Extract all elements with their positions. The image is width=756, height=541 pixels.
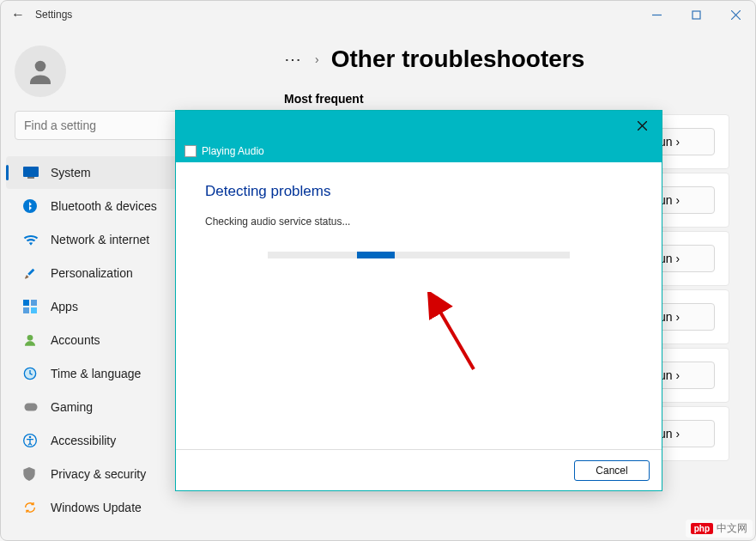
dialog-app-icon bbox=[184, 145, 197, 157]
watermark-brand: php bbox=[691, 523, 713, 534]
page-title: Other troubleshooters bbox=[331, 46, 585, 73]
nav-label: Privacy & security bbox=[51, 467, 146, 481]
progress-indicator bbox=[357, 252, 395, 258]
svg-rect-1 bbox=[692, 11, 700, 19]
nav-label: Gaming bbox=[51, 400, 93, 414]
apps-icon bbox=[23, 300, 51, 313]
svg-point-14 bbox=[27, 335, 33, 341]
chevron-right-icon: › bbox=[676, 193, 680, 207]
titlebar: ← Settings bbox=[1, 1, 755, 28]
bluetooth-icon bbox=[23, 199, 51, 213]
svg-point-18 bbox=[29, 436, 32, 439]
account-icon bbox=[23, 333, 51, 347]
accessibility-icon bbox=[23, 434, 51, 447]
user-avatar[interactable] bbox=[15, 46, 66, 97]
chevron-right-icon: › bbox=[676, 368, 680, 382]
nav-label: Personalization bbox=[51, 266, 133, 280]
svg-rect-11 bbox=[31, 300, 37, 306]
shield-icon bbox=[23, 467, 51, 481]
dialog-footer: Cancel bbox=[176, 449, 662, 490]
close-button[interactable] bbox=[716, 2, 755, 27]
nav-label: Accounts bbox=[51, 333, 100, 347]
nav-update[interactable]: Windows Update bbox=[6, 491, 262, 524]
svg-rect-16 bbox=[25, 404, 38, 411]
breadcrumb-more[interactable]: ⋯ bbox=[284, 49, 303, 70]
window-title: Settings bbox=[35, 9, 72, 21]
svg-rect-10 bbox=[23, 300, 29, 306]
minimize-button[interactable] bbox=[637, 2, 676, 27]
nav-label: System bbox=[51, 166, 91, 179]
system-icon bbox=[23, 167, 51, 179]
progress-bar bbox=[268, 252, 570, 258]
cancel-button[interactable]: Cancel bbox=[574, 460, 650, 481]
svg-rect-7 bbox=[23, 167, 39, 177]
back-button[interactable]: ← bbox=[11, 7, 35, 22]
chevron-right-icon: › bbox=[676, 310, 680, 324]
clock-icon bbox=[23, 367, 51, 380]
chevron-right-icon: › bbox=[676, 135, 680, 149]
nav-label: Windows Update bbox=[51, 501, 142, 514]
dialog-heading: Detecting problems bbox=[205, 183, 632, 200]
svg-point-9 bbox=[23, 199, 37, 213]
wifi-icon bbox=[23, 234, 51, 246]
nav-label: Bluetooth & devices bbox=[51, 199, 157, 213]
nav-label: Network & internet bbox=[51, 233, 149, 246]
dialog-app-title: Playing Audio bbox=[202, 145, 264, 157]
nav-label: Time & language bbox=[51, 367, 141, 380]
dialog-content: Detecting problems Checking audio servic… bbox=[176, 162, 662, 449]
watermark: php 中文网 bbox=[686, 520, 753, 538]
svg-rect-12 bbox=[23, 307, 29, 313]
watermark-text: 中文网 bbox=[717, 521, 747, 536]
nav-label: Accessibility bbox=[51, 434, 116, 447]
dialog-subtitle: Playing Audio bbox=[176, 140, 662, 162]
dialog-status: Checking audio service status... bbox=[205, 216, 632, 228]
chevron-right-icon: › bbox=[676, 252, 680, 265]
dialog-close-button[interactable] bbox=[627, 112, 656, 138]
gamepad-icon bbox=[23, 401, 51, 413]
update-icon bbox=[23, 501, 51, 514]
window-controls bbox=[637, 2, 755, 27]
maximize-button[interactable] bbox=[676, 2, 716, 27]
person-icon bbox=[25, 56, 56, 87]
svg-point-4 bbox=[35, 61, 46, 72]
chevron-right-icon: › bbox=[676, 427, 680, 441]
svg-rect-8 bbox=[27, 177, 34, 179]
svg-rect-13 bbox=[31, 307, 37, 313]
section-label: Most frequent bbox=[284, 92, 729, 106]
breadcrumb: ⋯ › Other troubleshooters bbox=[284, 46, 729, 73]
troubleshooter-dialog: Playing Audio Detecting problems Checkin… bbox=[175, 110, 662, 491]
nav-label: Apps bbox=[51, 300, 78, 313]
brush-icon bbox=[23, 266, 51, 280]
chevron-right-icon: › bbox=[315, 52, 319, 66]
dialog-titlebar bbox=[176, 111, 662, 140]
